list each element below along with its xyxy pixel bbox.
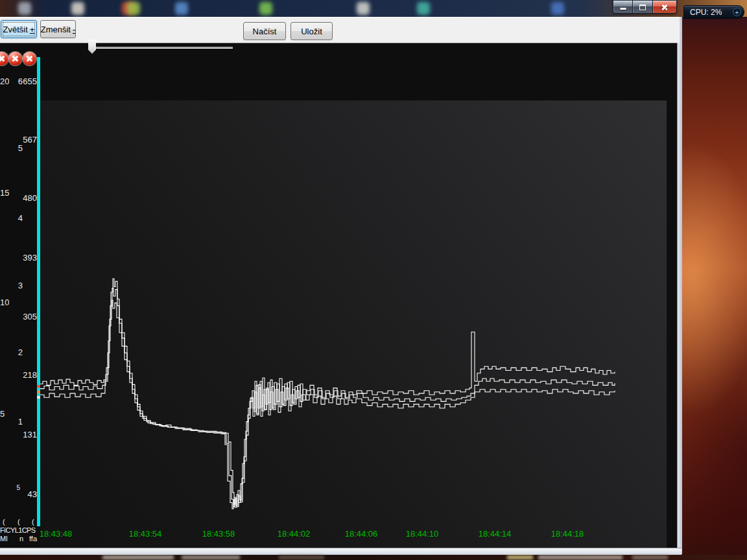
zoom-out-key: - <box>73 25 75 34</box>
zoom-out-label: Zmenšit <box>41 25 71 34</box>
taskbar-app-icon[interactable] <box>175 2 188 15</box>
y-axis-tick-axis-inner: 567 <box>0 135 37 145</box>
taskbar-app-icon[interactable] <box>71 2 84 15</box>
minimize-icon <box>620 8 626 10</box>
window-right-border <box>677 17 682 554</box>
x-axis-time-label: 18:44:10 <box>406 529 439 539</box>
screen: CPU: 2% + Zvětšit+ Zmenšit- Načíst Uloži… <box>0 0 747 560</box>
minimize-button[interactable] <box>613 0 632 14</box>
taskbar-window-tile[interactable] <box>538 555 622 559</box>
close-button[interactable] <box>652 0 677 14</box>
y-axis-tick-axis-inner: 655 <box>0 76 37 86</box>
legend-line2-item: ffa <box>29 535 37 542</box>
plot-area[interactable] <box>40 100 667 560</box>
load-button[interactable]: Načíst <box>243 22 286 40</box>
time-cursor-line[interactable] <box>37 57 40 526</box>
x-axis-time-label: 18:43:48 <box>40 529 73 539</box>
bottom-taskbar[interactable] <box>0 555 747 560</box>
y-axis-tick-axis-middle: 2 <box>0 347 23 357</box>
taskbar-window-tile[interactable] <box>102 555 174 559</box>
legend-line1: FíCYL1CPS <box>0 526 36 534</box>
zoom-in-button[interactable]: Zvětšit+ <box>1 20 37 38</box>
cursor-value-marker <box>37 385 40 388</box>
legend-curve-glyph: ( <box>32 518 34 526</box>
x-axis-time-label: 18:44:18 <box>551 529 584 539</box>
channel-close-button[interactable] <box>23 52 36 65</box>
x-axis-time-label: 18:43:54 <box>129 529 162 539</box>
y-axis-tick-axis-inner: 43 <box>0 489 37 499</box>
cpu-gadget-expand-button[interactable]: + <box>733 8 741 16</box>
y-axis-tick-axis-inner: 393 <box>0 253 37 262</box>
y-axis-tick-axis-inner: 218 <box>0 370 37 380</box>
legend-line2-item: Ml <box>0 535 8 542</box>
taskbar-app-icon[interactable] <box>357 2 370 15</box>
close-icon <box>661 3 669 11</box>
taskbar-app-icon[interactable] <box>551 2 564 15</box>
cpu-gadget: CPU: 2% + <box>683 5 744 19</box>
maximize-button[interactable] <box>632 0 652 14</box>
x-axis-time-label: 18:44:02 <box>278 529 311 539</box>
x-axis-time-label: 18:44:14 <box>479 529 512 539</box>
cursor-value-marker <box>37 391 40 393</box>
maximize-icon <box>639 5 646 10</box>
legend-curve-glyph: ( <box>3 518 5 526</box>
y-axis-tick-axis-inner: 480 <box>0 193 37 203</box>
taskbar-app-icon[interactable] <box>417 2 430 15</box>
legend-line2-item: n <box>19 535 23 542</box>
legend-curve-glyph: ( <box>18 518 20 526</box>
y-axis-tick-axis-inner: 131 <box>0 430 37 439</box>
y-axis-tick-axis-middle: 5 <box>0 143 23 153</box>
save-button[interactable]: Uložit <box>290 22 333 40</box>
taskbar-app-icon[interactable] <box>127 2 140 15</box>
chart-canvas <box>0 43 678 548</box>
cpu-usage-label: CPU: 2% <box>690 8 733 17</box>
taskbar-window-tile[interactable] <box>632 555 668 559</box>
y-axis-tick-axis-middle: 4 <box>0 213 23 223</box>
zoom-in-key: + <box>30 25 35 34</box>
zoom-out-button[interactable]: Zmenšit- <box>40 20 76 38</box>
app-toolbar: Zvětšit+ Zmenšit- Načíst Uložit <box>0 17 680 43</box>
y-axis-tick-axis-outer: 10 <box>0 298 9 307</box>
window-caption-buttons <box>613 0 677 14</box>
y-axis-tick-axis-middle: 3 <box>0 281 23 290</box>
y-axis-tick-axis-inner: 305 <box>0 312 37 321</box>
x-axis-time-label: 18:44:06 <box>345 529 378 539</box>
y-axis-tick-axis-middle: 1 <box>0 417 23 426</box>
zoom-slider-track[interactable] <box>91 47 233 49</box>
x-axis-time-label: 18:43:58 <box>202 529 235 539</box>
taskbar-app-icon[interactable] <box>18 2 31 15</box>
taskbar-window-tile[interactable] <box>182 555 240 559</box>
zoom-in-label: Zvětšit <box>3 25 28 34</box>
taskbar-app-icon[interactable] <box>259 2 272 15</box>
cursor-value-marker <box>37 396 40 399</box>
channel-close-button[interactable] <box>8 52 22 65</box>
taskbar-window-tile[interactable] <box>507 555 533 559</box>
taskbar-window-tile[interactable] <box>279 555 324 559</box>
